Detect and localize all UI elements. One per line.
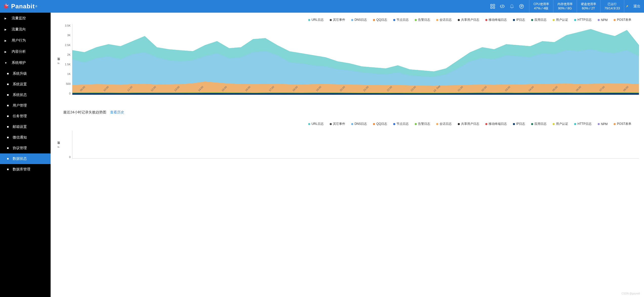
umbrella-icon	[3, 3, 10, 10]
svg-rect-0	[491, 4, 492, 6]
stat-disk: 硬盘使用率 60% / 2T	[577, 0, 600, 13]
stat-cpu-label: CPU使用率	[533, 2, 549, 6]
svg-rect-3	[493, 7, 495, 8]
stat-uptime-value: 79/14:9:33	[605, 6, 620, 11]
app-header: Panabit® CPU使用率 47% / 4核 内存使用率 90% / 8G …	[0, 0, 644, 13]
apps-icon[interactable]	[490, 4, 495, 9]
stat-disk-value: 60% / 2T	[581, 6, 596, 11]
stat-cpu: CPU使用率 47% / 4核	[529, 0, 553, 13]
brand-logo: Panabit®	[3, 3, 37, 10]
brand-text: Panabit	[11, 3, 35, 10]
stat-mem-label: 内存使用率	[557, 2, 573, 6]
key-icon[interactable]	[624, 0, 630, 13]
bell-icon[interactable]	[509, 4, 514, 9]
p-circle-icon[interactable]	[519, 4, 524, 9]
stat-mem: 内存使用率 90% / 8G	[553, 0, 577, 13]
stat-cpu-value: 47% / 4核	[533, 6, 549, 11]
svg-rect-2	[491, 7, 492, 8]
svg-point-4	[520, 4, 524, 8]
brand-reg: ®	[35, 5, 37, 8]
code-icon[interactable]	[500, 4, 505, 9]
stat-mem-value: 90% / 8G	[557, 6, 573, 11]
header-stats: CPU使用率 47% / 4核 内存使用率 90% / 8G 硬盘使用率 60%…	[529, 0, 644, 13]
stat-uptime: 已运行 79/14:9:33	[600, 0, 624, 13]
stat-uptime-label: 已运行	[605, 2, 620, 6]
stat-disk-label: 硬盘使用率	[581, 2, 596, 6]
svg-rect-1	[493, 4, 495, 6]
logout-button[interactable]: 退出	[630, 0, 644, 13]
header-icons	[490, 4, 529, 9]
